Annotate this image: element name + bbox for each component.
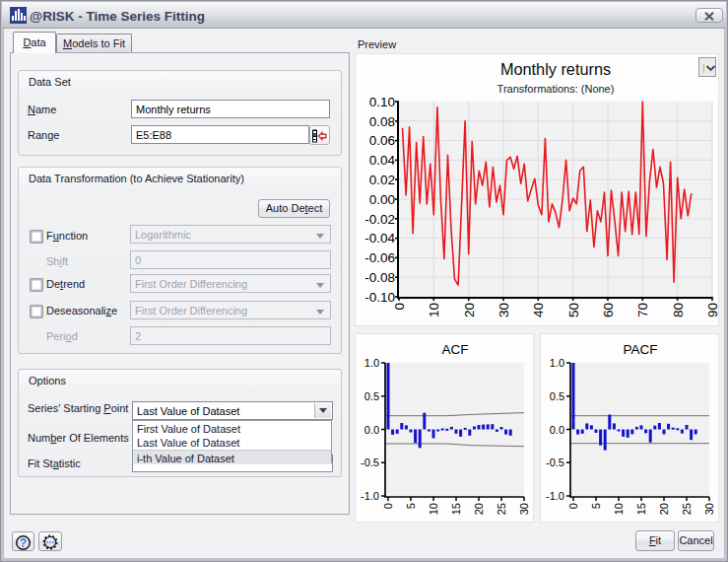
svg-text:?: ? [20, 536, 27, 550]
